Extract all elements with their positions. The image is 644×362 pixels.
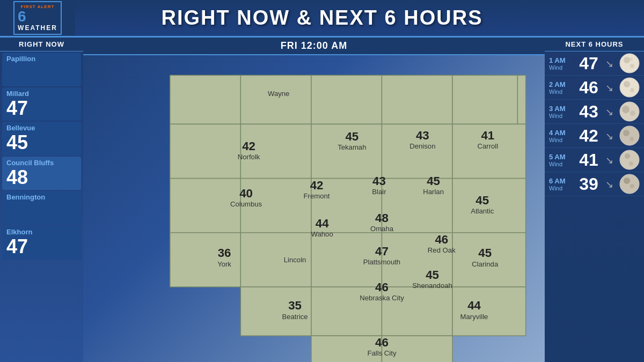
hour-temp-1am: 47 bbox=[575, 54, 602, 73]
location-temp-council-bluffs: 48 bbox=[6, 167, 77, 188]
city-fremont-temp: 42 bbox=[310, 179, 324, 192]
location-name-bennington: Bennington bbox=[6, 193, 77, 201]
svg-point-27 bbox=[620, 54, 639, 73]
weather-map: .county { fill: #b5bf9e; stroke: #7a8a6a… bbox=[86, 58, 542, 362]
hour-temp-5am: 41 bbox=[575, 150, 602, 170]
svg-point-42 bbox=[629, 161, 633, 166]
svg-rect-15 bbox=[452, 179, 526, 233]
svg-point-39 bbox=[630, 137, 634, 141]
svg-rect-5 bbox=[517, 75, 525, 124]
moon-icon-6am bbox=[619, 174, 640, 194]
wind-arrow-5am: ↘ bbox=[605, 154, 616, 165]
svg-rect-1 bbox=[240, 75, 311, 124]
city-blair-name: Blair bbox=[372, 188, 386, 196]
hour-row-1am: 1 AM Wind 47 ↘ bbox=[545, 51, 644, 76]
hour-temp-3am: 43 bbox=[575, 102, 602, 122]
hour-row-2am: 2 AM Wind 46 ↘ bbox=[545, 76, 644, 100]
city-carroll-name: Carroll bbox=[477, 142, 498, 150]
left-panel: RIGHT NOW Papillion Millard 47 Bellevue … bbox=[0, 38, 83, 362]
city-redoak-temp: 46 bbox=[435, 233, 448, 246]
city-clarinda-name: Clarinda bbox=[472, 260, 499, 268]
hour-label-6am: 6 AM bbox=[549, 177, 570, 185]
svg-point-35 bbox=[622, 106, 630, 113]
city-tekamah-temp: 45 bbox=[345, 130, 358, 143]
moon-icon-3am bbox=[619, 101, 640, 122]
city-york-temp: 36 bbox=[218, 246, 231, 260]
location-temp-millard: 47 bbox=[6, 98, 77, 119]
svg-rect-2 bbox=[311, 75, 382, 124]
hour-row-3am: 3 AM Wind 43 ↘ bbox=[545, 100, 644, 124]
city-maryville-name: Maryville bbox=[460, 313, 488, 321]
map-container: .county { fill: #b5bf9e; stroke: #7a8a6a… bbox=[83, 55, 545, 362]
svg-point-29 bbox=[630, 64, 634, 68]
city-nebraskaCity-temp: 46 bbox=[375, 280, 389, 294]
location-millard: Millard 47 bbox=[2, 87, 81, 121]
hour-temp-6am: 39 bbox=[575, 174, 602, 194]
wind-label-2am: Wind bbox=[549, 88, 564, 95]
svg-rect-24 bbox=[452, 287, 526, 336]
city-wahoo-temp: 44 bbox=[316, 217, 329, 230]
logo-area: FIRST ALERT 6 WEATHER bbox=[0, 1, 75, 35]
svg-point-43 bbox=[620, 174, 639, 194]
wind-label-3am: Wind bbox=[549, 113, 564, 119]
right-panel-header: NEXT 6 HOURS bbox=[545, 38, 644, 51]
svg-point-44 bbox=[624, 178, 630, 184]
hour-temp-2am: 46 bbox=[575, 78, 602, 98]
svg-rect-6 bbox=[170, 124, 241, 178]
city-redoak-name: Red Oak bbox=[428, 246, 456, 254]
header: FIRST ALERT 6 WEATHER RIGHT NOW & NEXT 6… bbox=[0, 0, 644, 38]
city-wahoo-name: Wahoo bbox=[311, 230, 333, 238]
hour-label-5am: 5 AM bbox=[549, 153, 570, 161]
city-norfolk-temp: 42 bbox=[242, 139, 255, 153]
city-carroll-temp: 41 bbox=[481, 129, 494, 142]
location-papillion: Papillion bbox=[2, 53, 81, 86]
location-elkhorn: Elkhorn 47 bbox=[2, 226, 81, 260]
logo-box: FIRST ALERT 6 WEATHER bbox=[13, 1, 62, 35]
location-bellevue: Bellevue 45 bbox=[2, 122, 81, 156]
moon-icon-1am bbox=[619, 53, 640, 73]
right-panel: NEXT 6 HOURS 1 AM Wind 47 ↘ 2 AM Wind 46 bbox=[545, 38, 644, 362]
city-omaha-temp: 48 bbox=[375, 211, 389, 225]
logo-number: 6 bbox=[18, 9, 26, 24]
city-tekamah-name: Tekamah bbox=[338, 143, 366, 151]
hour-label-1am: 1 AM bbox=[549, 56, 570, 64]
main-content: RIGHT NOW Papillion Millard 47 Bellevue … bbox=[0, 38, 644, 362]
city-norfolk-name: Norfolk bbox=[238, 153, 260, 161]
location-temp-bellevue: 45 bbox=[6, 132, 77, 153]
city-blair-temp: 43 bbox=[372, 174, 386, 188]
city-fallsCity-temp: 46 bbox=[375, 336, 389, 349]
svg-point-33 bbox=[630, 88, 634, 92]
wind-label-1am: Wind bbox=[549, 64, 564, 71]
svg-point-36 bbox=[630, 110, 635, 116]
svg-point-38 bbox=[623, 130, 630, 136]
svg-rect-3 bbox=[382, 75, 452, 124]
moon-icon-5am bbox=[619, 150, 640, 170]
hour-label-3am: 3 AM bbox=[549, 105, 570, 113]
hour-row-5am: 5 AM Wind 41 ↘ bbox=[545, 148, 644, 172]
wind-label-5am: Wind bbox=[549, 161, 564, 167]
city-shenandoah-name: Shenandoah bbox=[412, 282, 452, 290]
svg-point-30 bbox=[630, 57, 633, 61]
location-council-bluffs: Council Bluffs 48 bbox=[2, 157, 81, 190]
wind-arrow-2am: ↘ bbox=[605, 82, 616, 93]
city-lincoln-name: Lincoln bbox=[284, 256, 306, 264]
city-omaha-name: Omaha bbox=[370, 225, 394, 233]
wind-arrow-3am: ↘ bbox=[605, 106, 616, 117]
location-bennington: Bennington bbox=[2, 191, 81, 225]
logo-bottom-text: WEATHER bbox=[18, 24, 57, 32]
city-plattsmouth-temp: 47 bbox=[375, 245, 389, 258]
city-columbus-temp: 40 bbox=[239, 187, 253, 200]
wind-arrow-1am: ↘ bbox=[605, 58, 616, 69]
wind-label-6am: Wind bbox=[549, 185, 564, 191]
city-harlan-name: Harlan bbox=[423, 188, 444, 196]
city-maryville-temp: 44 bbox=[467, 299, 481, 312]
city-clarinda-temp: 45 bbox=[478, 246, 492, 260]
moon-icon-4am bbox=[619, 125, 640, 146]
city-beatrice-name: Beatrice bbox=[282, 313, 308, 321]
city-atlantic-temp: 45 bbox=[475, 194, 489, 207]
moon-icon-2am bbox=[619, 77, 640, 98]
location-name-bellevue: Bellevue bbox=[6, 124, 77, 132]
wind-arrow-4am: ↘ bbox=[605, 130, 616, 141]
location-name-council-bluffs: Council Bluffs bbox=[6, 159, 77, 167]
svg-rect-4 bbox=[452, 75, 517, 124]
